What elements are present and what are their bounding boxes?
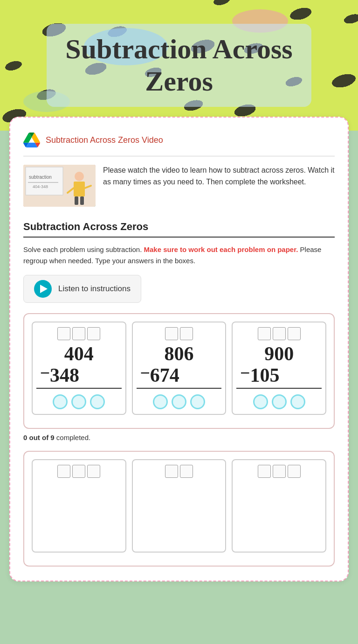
digit-box[interactable] — [57, 465, 70, 478]
answer-circle[interactable] — [272, 394, 287, 409]
worksheet-instructions: Solve each problem using subtraction. Ma… — [23, 244, 335, 266]
worksheet-divider — [23, 237, 335, 238]
problems-container: 404 − 348 — [23, 313, 335, 429]
listen-instructions-button[interactable]: Listen to instructions — [23, 275, 141, 303]
minus-sign-2: − — [137, 364, 150, 381]
problems-container-2 — [23, 451, 335, 567]
video-description: Please watch the video to learn how to s… — [103, 165, 335, 188]
digit-boxes-top-2 — [165, 327, 193, 340]
answer-circle[interactable] — [153, 394, 168, 409]
svg-point-5 — [75, 172, 84, 181]
answer-circle[interactable] — [253, 394, 268, 409]
worksheet-title: Subtraction Across Zeros — [23, 221, 335, 233]
google-drive-icon — [23, 132, 40, 148]
answer-circles-1 — [53, 394, 105, 409]
video-link-row: Subtraction Across Zeros Video — [23, 132, 335, 148]
digit-boxes-top-1 — [57, 327, 100, 340]
problems-row-2 — [32, 459, 326, 553]
hero-title-box: Subtraction Across Zeros — [47, 24, 311, 107]
digit-box[interactable] — [288, 327, 301, 340]
problem-card-5 — [132, 459, 227, 553]
answer-circle[interactable] — [290, 394, 305, 409]
problem-top-number-1: 404 — [64, 343, 94, 364]
digit-boxes-top-6 — [258, 465, 301, 478]
answer-circles-3 — [253, 394, 305, 409]
digit-box[interactable] — [273, 465, 286, 478]
answer-circles-2 — [153, 394, 205, 409]
main-content-card: Subtraction Across Zeros Video subtracti… — [9, 117, 349, 581]
problem-card-2: 806 − 674 — [132, 322, 227, 415]
svg-rect-6 — [74, 182, 85, 196]
play-triangle-icon — [40, 285, 48, 293]
problems-row-1: 404 − 348 — [32, 322, 326, 415]
digit-box[interactable] — [180, 465, 193, 478]
video-link[interactable]: Subtraction Across Zeros Video — [46, 135, 163, 145]
digit-box[interactable] — [87, 327, 100, 340]
completion-status: 0 out of 9 completed. — [23, 434, 335, 441]
problem-bottom-number-1: 348 — [50, 364, 79, 386]
digit-box[interactable] — [288, 465, 301, 478]
svg-rect-1 — [26, 167, 63, 195]
digit-box[interactable] — [180, 327, 193, 340]
hero-header: Subtraction Across Zeros — [0, 0, 358, 131]
digit-box[interactable] — [87, 465, 100, 478]
answer-circle[interactable] — [190, 394, 205, 409]
digit-box[interactable] — [72, 465, 85, 478]
problem-top-number-2: 806 — [165, 343, 194, 364]
video-thumbnail[interactable]: subtraction 404-348 — [23, 165, 96, 207]
minus-sign-1: − — [36, 364, 50, 381]
digit-boxes-top-4 — [57, 465, 100, 478]
problem-card-4 — [32, 459, 126, 553]
problem-top-number-3: 900 — [264, 343, 294, 364]
play-circle-icon — [34, 280, 52, 298]
svg-rect-10 — [80, 196, 84, 205]
listen-label: Listen to instructions — [58, 284, 131, 294]
answer-circle[interactable] — [71, 394, 86, 409]
digit-box[interactable] — [165, 465, 178, 478]
digit-box[interactable] — [57, 327, 70, 340]
problem-card-3: 900 − 105 — [232, 322, 326, 415]
problem-line-2 — [137, 388, 222, 389]
problem-line-1 — [36, 388, 122, 389]
digit-box[interactable] — [72, 327, 85, 340]
svg-rect-9 — [75, 196, 78, 205]
minus-sign-3: − — [236, 364, 250, 381]
problem-bottom-number-3: 105 — [250, 364, 279, 386]
digit-boxes-top-5 — [165, 465, 193, 478]
svg-text:subtraction: subtraction — [29, 175, 52, 180]
video-thumbnail-inner: subtraction 404-348 — [23, 165, 96, 207]
digit-box[interactable] — [258, 465, 271, 478]
digit-box[interactable] — [165, 327, 178, 340]
answer-circle[interactable] — [172, 394, 186, 409]
problem-line-3 — [236, 388, 322, 389]
completion-suffix: completed. — [56, 434, 90, 441]
problem-bottom-number-2: 674 — [150, 364, 179, 386]
video-content: subtraction 404-348 Please watch the vid… — [23, 165, 335, 207]
digit-boxes-top-3 — [258, 327, 301, 340]
page-title: Subtraction Across Zeros — [65, 33, 292, 98]
completion-count: 0 out of 9 — [23, 434, 55, 441]
answer-circle[interactable] — [53, 394, 68, 409]
digit-box[interactable] — [258, 327, 271, 340]
digit-box[interactable] — [273, 327, 286, 340]
problem-card-1: 404 − 348 — [32, 322, 126, 415]
problem-card-6 — [232, 459, 326, 553]
video-divider — [23, 156, 335, 156]
teacher-image: subtraction 404-348 — [23, 165, 96, 207]
answer-circle[interactable] — [90, 394, 105, 409]
svg-text:404-348: 404-348 — [33, 184, 48, 189]
